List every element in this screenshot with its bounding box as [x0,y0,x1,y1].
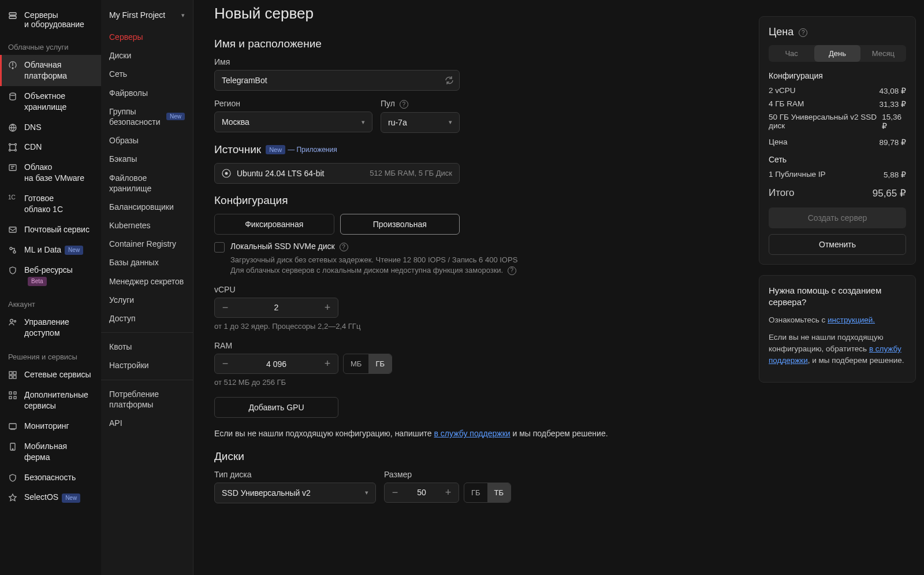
ram-increment-button[interactable]: + [317,354,338,373]
instruction-link[interactable]: инструкцией. [828,316,875,324]
section-heading-source: Источник New— Приложения [214,143,730,156]
sidebar-item[interactable]: SelectOSNew [0,487,101,507]
ram-unit-mb-button[interactable]: МБ [344,354,368,373]
vcpu-hint: от 1 до 32 ядер. Процессоры 2,2—2,4 ГГц [214,321,730,332]
nav-icon [8,370,18,380]
sidebar-item[interactable]: 1CГотовое облако 1С [0,188,101,220]
sidebar-item[interactable]: Почтовый сервис [0,220,101,240]
label: Веб-ресурсыBeta [24,265,93,287]
sidebar-item[interactable]: Мобильная ферма [0,436,101,468]
help-icon[interactable]: ? [400,100,408,109]
sidebar-item[interactable]: Облако на базе VMware [0,157,101,188]
ram-decrement-button[interactable]: − [215,354,236,373]
disk-unit-gb-button[interactable]: ГБ [464,483,487,502]
period-day-button[interactable]: День [814,45,860,62]
region-select[interactable]: Москва ▾ [214,112,372,132]
subnav-item[interactable]: Балансировщики [101,198,193,216]
disk-unit-toggle: ГБ ТБ [464,483,511,503]
pool-select[interactable]: ru-7a ▾ [381,112,460,133]
label: Файловое хранилище [109,173,185,194]
help-icon[interactable]: ? [340,243,348,251]
badge: New [62,494,80,503]
period-hour-button[interactable]: Час [769,45,814,62]
add-gpu-button[interactable]: Добавить GPU [214,397,338,418]
subnav-item[interactable]: Container Registry [101,235,193,253]
subnav-item[interactable]: Квоты [101,337,193,356]
label: ML и DataNew [24,244,83,255]
support-link[interactable]: в службу поддержки [434,429,511,438]
disk-unit-tb-button[interactable]: ТБ [487,483,511,502]
label: Управление доступом [24,317,69,339]
subnav-item[interactable]: Серверы [101,28,193,46]
disk-size-increment-button[interactable]: + [438,483,459,502]
regenerate-icon[interactable] [445,76,454,85]
server-name-input[interactable] [214,70,460,91]
help-icon[interactable]: ? [799,28,807,37]
period-month-button[interactable]: Месяц [860,45,906,62]
nav-icon [8,92,18,101]
help-icon[interactable]: ? [508,266,516,275]
disk-size-value[interactable]: 50 [405,488,438,497]
sidebar-item[interactable]: Веб-ресурсыBeta [0,260,101,291]
label: API [109,418,122,428]
label: Услуги [109,295,134,305]
secondary-sidebar: My First Project ▾ СерверыДискиСетьФайрв… [101,0,193,575]
subnav-item[interactable]: Доступ [101,309,193,328]
price-heading: Цена ? [769,26,906,38]
sidebar-item[interactable]: Управление доступом [0,312,101,343]
ram-label: RAM [214,341,730,350]
sidebar-item[interactable]: DNS [0,117,101,138]
svg-point-2 [12,68,13,69]
svg-point-12 [13,251,16,253]
vcpu-increment-button[interactable]: + [317,298,338,317]
svg-rect-1 [9,16,16,18]
vcpu-value[interactable]: 2 [236,303,317,312]
nvme-checkbox[interactable] [214,242,225,253]
subnav-item[interactable]: Услуги [101,291,193,309]
subnav-item[interactable]: Kubernetes [101,216,193,235]
ram-unit-toggle: МБ ГБ [343,354,392,374]
ram-unit-gb-button[interactable]: ГБ [368,354,392,373]
chevron-down-icon: ▾ [365,489,368,496]
sidebar-item[interactable]: Мониторинг [0,416,101,436]
subnav-item[interactable]: Файрволы [101,84,193,102]
subnav-item[interactable]: Группы безопасностиNew [101,102,193,131]
project-selector[interactable]: My First Project ▾ [101,6,193,28]
sidebar-item[interactable]: Сетевые сервисы [0,365,101,385]
label: Квоты [109,342,132,352]
label: CDN [24,142,42,153]
subnav-item[interactable]: Сеть [101,65,193,83]
sidebar-item-servers-hardware[interactable]: Серверы и оборудование [0,6,101,34]
ram-value[interactable]: 4 096 [236,359,317,369]
subnav-item[interactable]: Потребление платформы [101,385,193,414]
subnav-item[interactable]: Бэкапы [101,150,193,168]
help-text-1: Ознакомьтесь с инструкцией. [769,314,906,326]
source-os-card[interactable]: Ubuntu 24.04 LTS 64-bit 512 МБ RAM, 5 ГБ… [214,163,460,184]
sidebar-item[interactable]: ML и DataNew [0,240,101,260]
subnav-item[interactable]: Образы [101,131,193,150]
nav-icon [8,123,18,132]
price-line: 2 vCPU43,08 ₽ [769,86,906,95]
cancel-button[interactable]: Отменить [769,234,906,255]
disk-type-select[interactable]: SSD Универсальный v2 ▾ [214,483,376,503]
label: Почтовый сервис [24,224,90,235]
config-custom-button[interactable]: Произвольная [340,214,460,235]
subnav-item[interactable]: Базы данных [101,253,193,272]
subnav-item[interactable]: Настройки [101,356,193,374]
nav-icon [8,442,18,451]
sidebar-item[interactable]: Облачная платформа [0,55,101,86]
create-server-button[interactable]: Создать сервер [769,207,906,228]
svg-point-13 [10,320,13,322]
sidebar-item[interactable]: CDN [0,137,101,157]
sidebar-item[interactable]: Безопасность [0,468,101,488]
config-fixed-button[interactable]: Фиксированная [214,214,334,235]
disk-size-decrement-button[interactable]: − [385,483,405,502]
vcpu-decrement-button[interactable]: − [215,298,236,317]
subnav-item[interactable]: Диски [101,46,193,65]
sidebar-item[interactable]: Дополнительные сервисы [0,385,101,416]
subnav-item[interactable]: Файловое хранилище [101,169,193,198]
sidebar-item[interactable]: Объектное хранилище [0,86,101,117]
subnav-item[interactable]: API [101,414,193,432]
subnav-item[interactable]: Менеджер секретов [101,272,193,291]
price-subtotal: Цена89,78 ₽ [769,138,906,147]
